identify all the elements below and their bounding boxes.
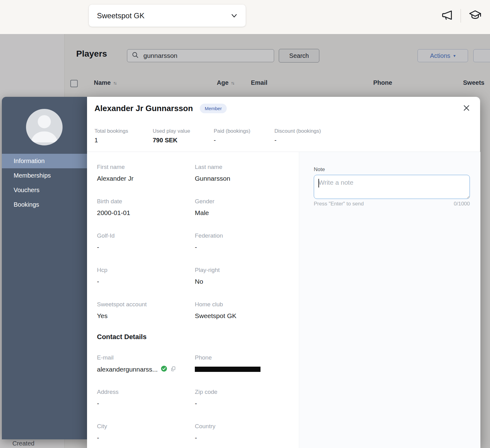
stat-label: Paid (bookings) <box>214 128 250 134</box>
copy-icon[interactable] <box>170 366 176 373</box>
field-value: Sweetspot GK <box>195 312 236 320</box>
sidebar-item-memberships[interactable]: Memberships <box>2 168 87 183</box>
chevron-down-icon <box>231 11 238 20</box>
stat-total-bookings: Total bookings 1 <box>94 128 128 144</box>
field-label: Phone <box>195 354 260 361</box>
field-label: Address <box>97 389 119 395</box>
field-address: Address - <box>97 389 119 407</box>
field-label: Country <box>195 423 216 430</box>
sidebar-item-vouchers[interactable]: Vouchers <box>2 183 87 197</box>
field-email: E-mail alexandergunnarss... <box>97 354 176 373</box>
field-label: City <box>97 423 107 430</box>
field-gender: Gender Male <box>195 198 214 217</box>
announcements-icon[interactable] <box>441 9 454 23</box>
note-counter: 0/1000 <box>454 201 470 207</box>
field-label: Golf-Id <box>97 232 115 239</box>
field-first-name: First name Alexander Jr <box>97 164 133 182</box>
field-city: City - <box>97 423 107 442</box>
field-label: Zip code <box>195 389 217 395</box>
stat-label: Total bookings <box>94 128 128 134</box>
field-value: 2000-01-01 <box>97 209 130 217</box>
field-zip-code: Zip code - <box>195 389 217 407</box>
field-label: Gender <box>195 198 214 205</box>
field-golf-id: Golf-Id - <box>97 232 115 251</box>
field-label: Birth date <box>97 198 130 205</box>
field-value: - <box>97 278 107 285</box>
note-label: Note <box>314 166 325 173</box>
field-value: Yes <box>97 312 147 320</box>
field-value: - <box>97 434 107 442</box>
field-phone: Phone <box>195 354 260 372</box>
field-value: alexandergunnarss... <box>97 366 158 373</box>
field-country: Country - <box>195 423 216 442</box>
stat-value: - <box>214 137 250 144</box>
field-federation: Federation - <box>195 232 223 251</box>
close-button[interactable] <box>461 102 472 114</box>
text-caret <box>318 179 319 187</box>
note-input[interactable] <box>314 175 470 199</box>
stat-paid-bookings: Paid (bookings) - <box>214 128 250 144</box>
field-birth-date: Birth date 2000-01-01 <box>97 198 130 217</box>
member-badge: Member <box>200 104 227 113</box>
club-selector-dropdown[interactable]: Sweetspot GK <box>89 5 246 27</box>
field-label: Last name <box>195 164 230 170</box>
field-value: - <box>195 400 217 407</box>
club-selector-label: Sweetspot GK <box>97 11 144 20</box>
screen: Sweetspot GK Play <box>0 0 490 448</box>
topbar-divider <box>461 9 461 23</box>
field-value: - <box>97 243 115 251</box>
field-label: Federation <box>195 232 223 239</box>
academy-icon[interactable] <box>468 9 483 23</box>
section-heading-contact-details: Contact Details <box>97 333 147 341</box>
field-label: Play-right <box>195 267 220 274</box>
sidebar-item-bookings[interactable]: Bookings <box>2 197 87 212</box>
modal-sidebar: Information Memberships Vouchers Booking… <box>2 97 87 439</box>
close-icon <box>462 104 470 112</box>
field-value: Gunnarsson <box>195 175 230 182</box>
field-value: Alexander Jr <box>97 175 133 182</box>
field-label: Hcp <box>97 267 107 274</box>
note-hint: Press "Enter" to send <box>314 201 364 207</box>
modal-main: Alexander Jr Gunnarsson Member Total boo… <box>87 97 480 448</box>
field-value: No <box>195 278 220 285</box>
stat-label: Discount (bookings) <box>274 128 321 134</box>
field-label: E-mail <box>97 354 176 361</box>
person-icon <box>26 109 63 145</box>
player-name-title: Alexander Jr Gunnarsson <box>94 104 193 113</box>
header-divider <box>87 152 480 152</box>
field-value: Male <box>195 209 214 217</box>
field-label: Home club <box>195 301 236 308</box>
field-value: - <box>97 400 119 407</box>
field-label: First name <box>97 164 133 170</box>
stat-discount-bookings: Discount (bookings) - <box>274 128 321 144</box>
sidebar-item-information[interactable]: Information <box>2 154 87 168</box>
player-detail-modal: Information Memberships Vouchers Booking… <box>2 97 480 448</box>
field-play-right: Play-right No <box>195 267 220 285</box>
field-value: - <box>195 434 216 442</box>
field-label: Sweetspot account <box>97 301 147 308</box>
modal-nav: Information Memberships Vouchers Booking… <box>2 154 87 212</box>
stat-used-play-value: Used play value 790 SEK <box>153 128 190 144</box>
phone-redacted <box>195 367 260 372</box>
field-hcp: Hcp - <box>97 267 107 285</box>
top-bar: Sweetspot GK <box>0 0 490 34</box>
verified-icon <box>161 365 167 373</box>
avatar <box>26 109 63 145</box>
stat-value: 1 <box>94 137 128 144</box>
stat-label: Used play value <box>153 128 190 134</box>
field-last-name: Last name Gunnarsson <box>195 164 230 182</box>
stat-value: 790 SEK <box>153 137 190 144</box>
field-sweetspot-account: Sweetspot account Yes <box>97 301 147 320</box>
field-home-club: Home club Sweetspot GK <box>195 301 236 320</box>
stat-value: - <box>274 137 321 144</box>
field-value: - <box>195 243 223 251</box>
